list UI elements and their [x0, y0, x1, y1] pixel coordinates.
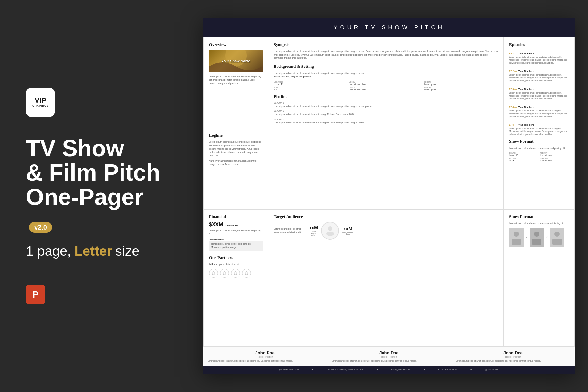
show-format-grid: GENRE Lorem, IP FORMAT Lorem ipsum MEDIU…: [509, 152, 569, 162]
subtitle-size: size: [115, 243, 140, 259]
logo-box: VIP GRAPHICS: [26, 88, 55, 117]
title-line1: TV Show: [26, 135, 124, 161]
overview-body: Lorem ipsum dolor sit amet, consectetuer…: [209, 75, 263, 85]
background-body: Lorem ipsum dolor sit amet, consectetuer…: [274, 72, 498, 78]
sf-format: FORMAT Lorem ipsum: [540, 152, 569, 156]
credit-2-bio: Lorem ipsum dolor sit amet, consectetuer…: [332, 359, 446, 362]
target-audience-cell: Target Audience Lorem ipsum dolor sit am…: [268, 209, 504, 346]
audience-row: Lorem ipsum dolor sit amet, consectetuer…: [274, 222, 498, 240]
show-format-bottom-body: Lorem ipsum dolor sit amet, consectetur …: [509, 222, 569, 225]
svg-marker-2: [234, 271, 237, 275]
subtitle-1page: 1 page,: [26, 243, 71, 259]
comparables-label: COMPARABLES: [209, 238, 263, 240]
left-panel: VIP GRAPHICS TV Show & Film Pitch One-Pa…: [0, 0, 190, 392]
svg-rect-8: [512, 239, 521, 245]
sf-medium: MEDIUM 20XX: [509, 158, 539, 162]
bg-year: YEAR 20XX: [274, 87, 348, 91]
bg-lorem5: LOREM Lorem ipsum: [424, 87, 498, 91]
partner-icon-3: [231, 269, 240, 278]
season1-label: SEASON 1: [274, 102, 498, 104]
audience-body: Lorem ipsum dolor sit amet, consectetuer…: [274, 227, 306, 234]
main-title: TV Show & Film Pitch One-Pager v2.0: [26, 136, 171, 234]
financials-title: Financials: [209, 214, 263, 219]
synopsis-title: Synopsis: [274, 42, 498, 47]
svg-marker-1: [223, 271, 226, 275]
svg-point-5: [326, 232, 334, 236]
ep2-item: EP.2 — Your Title Here Lorem ipsum dolor…: [509, 67, 569, 82]
logo-vip: VIP: [35, 97, 46, 104]
credit-3: John Doe Role or Position Lorem ipsum do…: [451, 347, 575, 366]
financials-cell: Financials $XXM raise amount Lorem ipsum…: [204, 209, 268, 346]
doc-body: Overview Your Show Name Lorem ipsum dolo…: [203, 37, 575, 347]
svg-point-13: [554, 232, 560, 237]
bg-lorem3: LOREM Lorem ipsum: [424, 81, 498, 85]
svg-marker-3: [245, 271, 248, 275]
credit-2-role: Role or Position: [332, 356, 446, 358]
title-line2: & Film Pitch: [26, 160, 160, 185]
background-grid: LOCATION Lorem, IP LOREM Lorem ipsum dol…: [274, 81, 498, 91]
credit-2: John Doe Role or Position Lorem ipsum do…: [327, 347, 451, 366]
show-name-image: Your Show Name: [209, 50, 263, 72]
svg-rect-14: [552, 239, 562, 245]
powerpoint-icon: P: [26, 285, 45, 304]
partner-icon-2: [220, 269, 229, 278]
footer-website: yourwebsite.com: [279, 368, 299, 371]
svg-point-7: [514, 232, 519, 237]
season2-label: SEASON 2: [274, 110, 498, 112]
show-format-top-title: Show Format: [509, 139, 569, 144]
comparables-box: olor sit amet, consectetuer adip cing el…: [209, 241, 263, 251]
svg-point-10: [534, 232, 539, 237]
synopsis-cell: Synopsis Lorem ipsum dolor sit amet, con…: [268, 37, 504, 209]
format-img-2: [530, 228, 544, 247]
show-format-top-body: Lorem ipsum dolor sit amet, consectetuer…: [509, 147, 569, 150]
bg-lorem4: LOREM Lorem ipsum dolor: [349, 87, 423, 91]
partner-icons: [209, 269, 263, 278]
subtitle-row: 1 page, Letter size: [26, 243, 171, 259]
raise-row: $XXM raise amount: [209, 222, 263, 228]
audience-stat1: xxM Lorem ipsum dolor: [309, 225, 318, 236]
background-title: Background & Setting: [274, 64, 498, 69]
overview-cell: Overview Your Show Name Lorem ipsum dolo…: [204, 37, 268, 128]
audience-stat2: xxM Lorem ipsum dolor: [342, 226, 353, 235]
season1-body: Lorem ipsum dolor sit amet, consectetuer…: [274, 105, 498, 108]
logo-graphics: GRAPHICS: [32, 104, 48, 107]
format-img-1: [509, 228, 524, 247]
season2-body: Lorem ipsum dolor sit amet, consectetuer…: [274, 113, 498, 116]
doc-title: YOUR TV SHOW PITCH: [213, 24, 565, 31]
credit-3-role: Role or Position: [456, 356, 571, 358]
credit-1-role: Role or Position: [208, 356, 322, 358]
partners-section: Our Partners ## lorem ipsum dolor sit am…: [209, 255, 263, 278]
bg-lorem2: LOREM Lorem ipsum dolor: [349, 81, 423, 85]
show-format-bottom-cell: Show Format Lorem ipsum dolor sit amet, …: [504, 209, 575, 346]
financials-body: Lorem ipsum dolor sit amet, consectetuer…: [209, 229, 263, 236]
partner-icon-4: [242, 269, 251, 278]
footer-email: your@email.com: [391, 368, 410, 371]
credit-2-name: John Doe: [332, 350, 446, 355]
credit-3-bio: Lorem ipsum dolor sit amet, consectetuer…: [456, 359, 571, 362]
partner-icon-1: [209, 269, 218, 278]
episodes-cell: Episodes EP.1 — Your Title Here Lorem ip…: [504, 37, 575, 209]
logline-cell: Logline Lorem ipsum dolor sit amet, cons…: [204, 128, 268, 209]
credits-row: John Doe Role or Position Lorem ipsum do…: [203, 347, 575, 366]
partners-title: Our Partners: [209, 255, 263, 260]
doc-header: YOUR TV SHOW PITCH: [203, 18, 575, 37]
ep3-item: EP.3 — Your Title Here Lorem ipsum dolor…: [509, 86, 569, 100]
svg-rect-11: [532, 239, 541, 245]
format-img-3: [550, 228, 564, 247]
svg-marker-0: [212, 271, 215, 275]
logline-body2: Nunc viverra imperdiet enim. Maecenas po…: [209, 160, 263, 166]
svg-point-4: [328, 226, 332, 231]
season3-body: Lorem ipsum dolor sit amet, consectetuer…: [274, 121, 498, 125]
overview-title: Overview: [209, 42, 263, 47]
footer-address: 123 Your Address, New York, NY: [326, 368, 364, 371]
credit-3-name: John Doe: [456, 350, 571, 355]
version-badge: v2.0: [29, 222, 52, 233]
format-x-2: ×: [546, 236, 548, 239]
footer-social: @yourbrand: [485, 368, 499, 371]
ep4-item: EP.4 — Your Title Here Lorem ipsum dolor…: [509, 103, 569, 118]
sf-release: RELEASE Lorem ipsum: [540, 158, 569, 162]
logline-title: Logline: [209, 133, 263, 138]
doc-footer: yourwebsite.com ● 123 Your Address, New …: [203, 366, 575, 374]
ep1-item: EP.1 — Your Title Here Lorem ipsum dolor…: [509, 50, 569, 64]
audience-circle: [321, 222, 339, 240]
